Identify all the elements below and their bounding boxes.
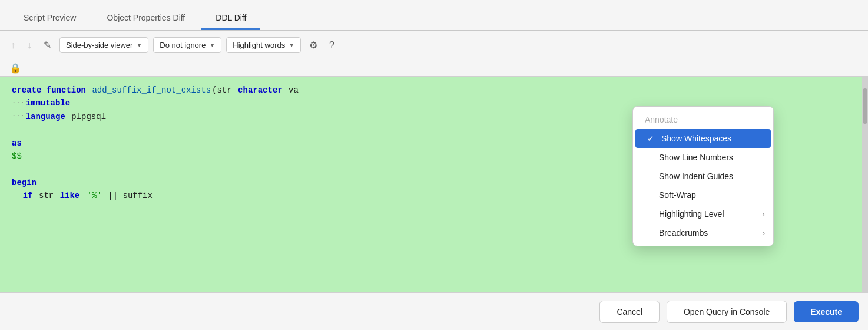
gear-dropdown-menu: Annotate ✓Show WhitespacesShow Line Numb…	[632, 106, 774, 246]
code-token: language	[26, 110, 65, 123]
menu-item-show-indent-guides[interactable]: Show Indent Guides	[633, 167, 773, 186]
menu-item-soft-wrap[interactable]: Soft-Wrap	[633, 186, 773, 204]
down-icon: ↓	[27, 40, 32, 51]
code-token: character	[238, 84, 283, 97]
cancel-button[interactable]: Cancel	[599, 301, 660, 323]
code-token: str	[34, 189, 59, 202]
code-token: ···	[12, 98, 25, 109]
viewer-dropdown-label: Side-by-side viewer	[66, 41, 132, 50]
menu-item-label: Breadcrumbs	[659, 228, 708, 237]
highlight-dropdown[interactable]: Highlight words ▼	[226, 37, 301, 53]
menu-item-label: Soft-Wrap	[659, 190, 696, 200]
scrollbar-thumb	[863, 88, 867, 124]
tab-object-properties-diff[interactable]: Object Properties Diff	[92, 7, 199, 30]
highlight-dropdown-label: Highlight words	[233, 41, 285, 50]
down-button[interactable]: ↓	[24, 38, 35, 53]
code-token: begin	[12, 176, 37, 189]
menu-item-highlighting-level[interactable]: Highlighting Level›	[633, 204, 773, 223]
menu-item-label: Show Line Numbers	[659, 153, 733, 162]
menu-item-breadcrumbs[interactable]: Breadcrumbs›	[633, 223, 773, 242]
tab-ddl-diff[interactable]: DDL Diff	[201, 7, 260, 30]
gear-button[interactable]: ⚙	[306, 37, 321, 53]
help-icon: ?	[329, 40, 334, 51]
code-token: $$	[12, 150, 22, 163]
ignore-dropdown-caret: ▼	[209, 42, 215, 48]
code-token: if	[23, 189, 33, 202]
menu-item-show-whitespaces[interactable]: ✓Show Whitespaces	[635, 129, 771, 148]
edit-button[interactable]: ✎	[40, 37, 55, 53]
viewer-dropdown-caret: ▼	[136, 42, 142, 48]
menu-item-check: ✓	[647, 134, 657, 143]
tab-script-preview[interactable]: Script Preview	[9, 7, 90, 30]
menu-item-arrow: ›	[763, 210, 765, 219]
help-button[interactable]: ?	[326, 38, 338, 53]
code-token: (str	[212, 84, 237, 97]
viewer-dropdown[interactable]: Side-by-side viewer ▼	[59, 37, 148, 53]
bottom-bar: Cancel Open Query in Console Execute	[0, 292, 868, 330]
code-token: || suffix	[103, 189, 153, 202]
menu-item-label: Show Indent Guides	[659, 171, 733, 181]
up-icon: ↑	[11, 40, 15, 51]
code-token: plpgsql	[67, 110, 106, 123]
menu-item-label: Show Whitespaces	[661, 134, 731, 143]
code-token: create function	[12, 84, 91, 97]
menu-item-arrow: ›	[763, 229, 765, 237]
code-token: '%'	[87, 189, 102, 202]
execute-button[interactable]: Execute	[794, 301, 859, 322]
ignore-dropdown[interactable]: Do not ignore ▼	[153, 37, 221, 53]
up-button[interactable]: ↑	[7, 38, 19, 53]
gear-icon: ⚙	[309, 39, 317, 51]
edit-icon: ✎	[44, 39, 51, 51]
menu-item-show-line-numbers[interactable]: Show Line Numbers	[633, 148, 773, 167]
ignore-dropdown-label: Do not ignore	[160, 41, 206, 50]
menu-header: Annotate	[633, 110, 773, 129]
code-token	[12, 189, 22, 202]
code-token: ···	[12, 111, 25, 122]
code-token: like	[60, 189, 80, 202]
open-query-button[interactable]: Open Query in Console	[667, 301, 787, 323]
code-line: create function add_suffix_if_not_exists…	[0, 84, 868, 97]
code-token	[81, 189, 85, 202]
scrollbar[interactable]	[862, 77, 868, 292]
highlight-dropdown-caret: ▼	[289, 42, 294, 48]
tab-bar: Script Preview Object Properties Diff DD…	[0, 0, 868, 31]
menu-item-label: Highlighting Level	[659, 209, 724, 219]
code-token: va	[284, 84, 299, 97]
lock-icon: 🔒	[7, 62, 24, 74]
code-token: as	[12, 137, 22, 150]
toolbar: ↑ ↓ ✎ Side-by-side viewer ▼ Do not ignor…	[0, 31, 868, 60]
code-token: add_suffix_if_not_exists	[92, 84, 211, 97]
code-area: create function add_suffix_if_not_exists…	[0, 77, 868, 292]
code-token: immutable	[26, 97, 71, 110]
